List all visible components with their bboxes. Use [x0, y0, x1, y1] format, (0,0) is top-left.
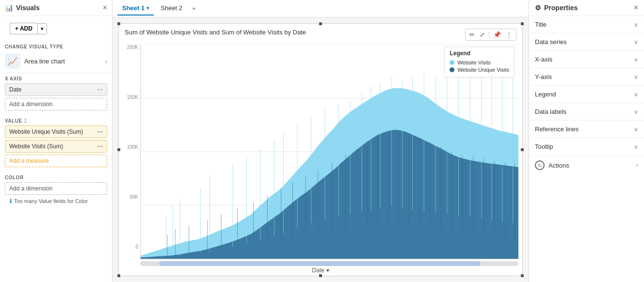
- prop-label-title: Title: [535, 21, 547, 28]
- properties-row-tooltip[interactable]: Tooltip ∨: [529, 138, 644, 155]
- value-section: VALUE 2 Website Unique Visits (Sum) ⋯ We…: [0, 115, 112, 172]
- properties-row-legend[interactable]: Legend ∨: [529, 86, 644, 103]
- properties-row-reference-lines[interactable]: Reference lines ∨: [529, 121, 644, 138]
- resize-handle-tm[interactable]: [319, 22, 322, 26]
- prop-label-legend: Legend: [535, 91, 556, 98]
- properties-title-text: Properties: [544, 4, 578, 12]
- x-axis-sort-icon: ▾: [326, 267, 329, 274]
- legend-label-0: Website Visits: [457, 60, 491, 65]
- resize-handle-bl[interactable]: [117, 274, 121, 278]
- visual-type-selector[interactable]: 📈 Area line chart ›: [0, 51, 112, 73]
- add-dropdown-button[interactable]: ▾: [37, 23, 47, 34]
- resize-handle-bm[interactable]: [319, 274, 322, 278]
- sheet-tab-1-arrow-icon: ▾: [146, 5, 149, 11]
- chevron-down-icon-data-series: ∨: [634, 39, 638, 46]
- prop-label-tooltip: Tooltip: [535, 143, 553, 150]
- properties-actions-row[interactable]: ↻ Actions ›: [529, 156, 644, 175]
- close-visuals-button[interactable]: ×: [103, 4, 107, 12]
- x-axis-section: X AXIS Date ⋯ Add a dimension: [0, 73, 112, 115]
- value-label: VALUE: [5, 118, 22, 124]
- area-chart-icon: 📈: [5, 53, 20, 69]
- sheet-tab-2[interactable]: Sheet 2: [156, 1, 187, 16]
- properties-row-data-labels[interactable]: Data labels ∨: [529, 103, 644, 120]
- sheet-tabs: Sheet 1 ▾ Sheet 2 +: [113, 0, 529, 17]
- left-panel-header: 📊 Visuals ×: [0, 0, 112, 16]
- date-dimension-pill[interactable]: Date ⋯: [5, 83, 107, 96]
- toolbar-separator: [489, 31, 489, 39]
- chevron-right-icon-actions: ›: [636, 162, 638, 169]
- visual-type-chevron-icon: ›: [105, 58, 107, 65]
- add-button-area: + ADD ▾: [0, 16, 112, 40]
- legend-label-1: Website Unique Visits: [457, 67, 509, 73]
- chevron-down-icon-title: ∨: [634, 21, 638, 28]
- add-color-dimension-button[interactable]: Add a dimension: [5, 182, 107, 195]
- measure-pill-1[interactable]: Website Visits (Sum) ⋯: [5, 140, 107, 153]
- right-panel: ⚙ Properties × Title ∨ Data series ∨ X-a…: [529, 0, 644, 282]
- prop-label-reference-lines: Reference lines: [535, 125, 579, 133]
- y-label-0: 0: [123, 244, 138, 250]
- add-sheet-button[interactable]: +: [189, 3, 199, 14]
- legend-item-0: Website Visits: [450, 60, 509, 65]
- right-panel-header: ⚙ Properties ×: [529, 0, 644, 16]
- sheet-tab-1[interactable]: Sheet 1 ▾: [117, 1, 154, 16]
- chart-scrollbar-thumb[interactable]: [159, 261, 481, 266]
- properties-icon: ⚙: [535, 4, 541, 12]
- chevron-down-icon-tooltip: ∨: [634, 143, 638, 150]
- measure-more-icon-1[interactable]: ⋯: [97, 143, 103, 150]
- prop-label-data-series: Data series: [535, 38, 567, 46]
- more-tool-button[interactable]: ⋮: [504, 30, 514, 39]
- dimension-more-icon[interactable]: ⋯: [97, 86, 103, 93]
- chart-frame: Sum of Website Unique Visits and Sum of …: [118, 23, 523, 276]
- add-measure-button[interactable]: Add a measure: [5, 155, 107, 167]
- change-visual-type-label: CHANGE VISUAL TYPE: [0, 40, 112, 51]
- properties-data-series-section: Data series ∨: [529, 33, 644, 51]
- color-warning-text: Too many Value fields for Color: [14, 198, 88, 204]
- add-main-button[interactable]: + ADD: [10, 23, 37, 34]
- prop-label-y-axis: Y-axis: [535, 73, 552, 80]
- center-panel: Sheet 1 ▾ Sheet 2 + Sum of Website Uniqu…: [113, 0, 529, 282]
- chart-y-labels: 200K 150K 100K 50K 0: [123, 45, 140, 259]
- actions-circle-icon: ↻: [535, 160, 545, 170]
- measure-pill-0[interactable]: Website Unique Visits (Sum) ⋯: [5, 125, 107, 138]
- resize-handle-tl[interactable]: [117, 22, 121, 26]
- measure-label-0: Website Unique Visits (Sum): [9, 128, 83, 135]
- sheet-tab-1-label: Sheet 1: [122, 4, 145, 12]
- add-dimension-button[interactable]: Add a dimension: [5, 98, 107, 110]
- close-properties-button[interactable]: ×: [634, 4, 638, 12]
- properties-row-data-series[interactable]: Data series ∨: [529, 33, 644, 50]
- info-icon: ℹ: [10, 198, 12, 204]
- properties-row-x-axis[interactable]: X-axis ∨: [529, 51, 644, 68]
- expand-tool-button[interactable]: ⤢: [478, 30, 487, 39]
- chart-container: Sum of Website Unique Visits and Sum of …: [113, 17, 529, 282]
- y-label-200k: 200K: [123, 45, 138, 50]
- actions-label: Actions: [548, 162, 569, 169]
- legend-item-1: Website Unique Visits: [450, 67, 509, 73]
- legend-dot-0: [450, 60, 454, 65]
- left-panel: 📊 Visuals × + ADD ▾ CHANGE VISUAL TYPE 📈…: [0, 0, 113, 282]
- chart-body: 200K 150K 100K 50K 0: [119, 43, 522, 259]
- prop-label-x-axis: X-axis: [535, 56, 552, 63]
- color-warning-row: ℹ Too many Value fields for Color: [5, 197, 107, 207]
- visuals-panel-title: 📊 Visuals: [5, 4, 40, 12]
- chevron-down-icon-y-axis: ∨: [634, 74, 638, 80]
- properties-reference-lines-section: Reference lines ∨: [529, 121, 644, 138]
- x-axis-label-text: Date: [312, 267, 324, 274]
- prop-label-data-labels: Data labels: [535, 108, 566, 115]
- measure-more-icon-0[interactable]: ⋯: [97, 128, 103, 135]
- resize-handle-br[interactable]: [520, 274, 524, 278]
- measure-label-1: Website Visits (Sum): [9, 143, 63, 150]
- date-dimension-label: Date: [9, 86, 21, 93]
- properties-legend-section: Legend ∨: [529, 86, 644, 103]
- edit-tool-button[interactable]: ✏: [467, 30, 477, 39]
- properties-row-title[interactable]: Title ∨: [529, 16, 644, 33]
- chevron-down-icon-x-axis: ∨: [634, 56, 638, 63]
- legend-title: Legend: [450, 50, 509, 57]
- chart-legend: Legend Website Visits Website Unique Vis…: [444, 47, 515, 78]
- color-label: COLOR: [5, 175, 107, 180]
- chart-scrollbar-track[interactable]: [140, 261, 518, 266]
- y-label-100k: 100K: [123, 144, 138, 150]
- resize-handle-tr[interactable]: [520, 22, 524, 26]
- pin-tool-button[interactable]: 📌: [491, 30, 503, 39]
- properties-row-y-axis[interactable]: Y-axis ∨: [529, 68, 644, 85]
- color-section: COLOR Add a dimension ℹ Too many Value f…: [0, 172, 112, 209]
